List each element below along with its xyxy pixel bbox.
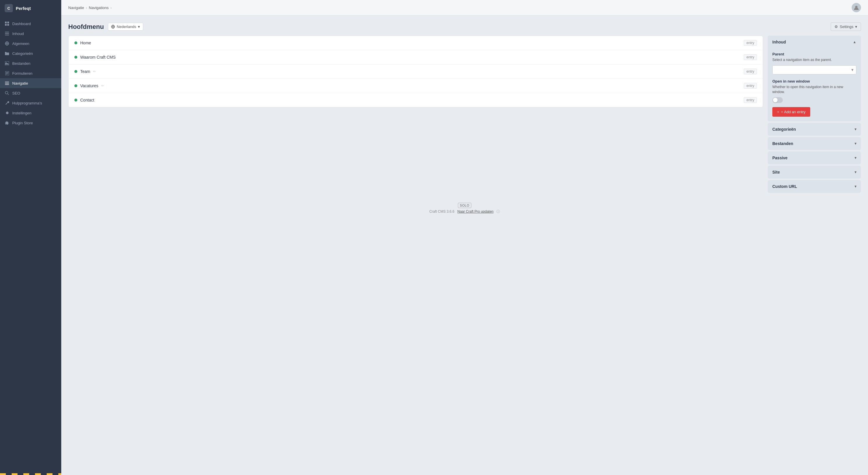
gear-icon: ⚙	[834, 25, 838, 29]
nav-item-right: entry	[744, 83, 757, 89]
svg-rect-14	[6, 73, 8, 73]
chevron-down-icon: ▾	[855, 25, 857, 29]
list-icon	[5, 31, 9, 36]
sidebar-item-label: Formulieren	[12, 71, 32, 76]
content-area: Home entry Waarom Craft CMS entry	[68, 36, 861, 194]
panel-section-passive-header[interactable]: Passive ▾	[768, 151, 861, 164]
breadcrumb-sep1: ›	[86, 5, 87, 10]
edit-icon[interactable]: ✏	[101, 84, 104, 88]
panel-section-inhoud-header[interactable]: Inhoud ▲	[768, 36, 861, 49]
nav-item-right: entry	[744, 40, 757, 46]
sidebar-item-label: Algemeen	[12, 41, 29, 46]
breadcrumb-navigatie[interactable]: Navigatie	[68, 5, 84, 10]
chevron-down-icon: ▾	[855, 156, 856, 160]
chevron-down-icon: ▾	[855, 142, 856, 146]
nav-list-item-team[interactable]: Team ✏ entry	[68, 64, 763, 79]
sidebar-item-label: Hulpprogramma's	[12, 101, 42, 105]
nav-dot	[74, 84, 77, 87]
globe-icon	[111, 25, 115, 29]
panel-section-bestanden-header[interactable]: Bestanden ▾	[768, 137, 861, 150]
svg-line-20	[8, 94, 9, 95]
sidebar-item-label: Instellingen	[12, 111, 31, 115]
grid-icon	[5, 21, 9, 26]
sidebar-item-categorieen[interactable]: Categorieën	[0, 49, 61, 58]
nav-dot	[74, 56, 77, 59]
topbar: Navigatie › Navigations ›	[61, 0, 868, 16]
sidebar-header: C Perfeqt	[0, 0, 61, 16]
nav-item-label: Waarom Craft CMS	[80, 55, 116, 60]
sidebar-item-bestanden[interactable]: Bestanden	[0, 58, 61, 68]
nav-item-left: Vacatures ✏	[74, 84, 104, 88]
svg-rect-5	[5, 33, 9, 34]
svg-rect-0	[5, 22, 7, 23]
craft-pro-link[interactable]: Naar Craft Pro updaten	[457, 209, 494, 214]
sidebar-item-navigatie[interactable]: Navigatie	[0, 78, 61, 88]
nav-dot	[74, 99, 77, 101]
nav-list-item-waarom[interactable]: Waarom Craft CMS entry	[68, 50, 763, 64]
breadcrumb: Navigatie › Navigations ›	[68, 5, 112, 10]
svg-rect-4	[5, 32, 9, 32]
language-button[interactable]: Nederlands ▾	[108, 23, 143, 31]
user-avatar[interactable]	[852, 3, 861, 12]
sidebar-item-seo[interactable]: SEO	[0, 88, 61, 98]
svg-rect-6	[5, 35, 9, 35]
chevron-up-icon: ▲	[853, 40, 856, 44]
sidebar: C Perfeqt Dashboard Inhoud	[0, 0, 61, 475]
app-name: Perfeqt	[16, 6, 31, 11]
svg-point-19	[5, 91, 8, 94]
breadcrumb-sep2: ›	[110, 5, 112, 10]
right-panel: Inhoud ▲ Parent Select a navigation item…	[768, 36, 861, 194]
nav-list-item-vacatures[interactable]: Vacatures ✏ entry	[68, 79, 763, 93]
sidebar-item-algemeen[interactable]: Algemeen	[0, 38, 61, 49]
svg-rect-13	[6, 72, 8, 73]
nav-item-label: Home	[80, 40, 91, 45]
sidebar-item-plugin-store[interactable]: Plugin Store	[0, 118, 61, 128]
parent-desc: Select a navigation item as the parent.	[772, 57, 856, 62]
panel-inhoud-body: Parent Select a navigation item as the p…	[768, 49, 861, 121]
nav-item-left: Home	[74, 40, 91, 45]
nav-item-label: Contact	[80, 98, 94, 102]
nav-list-item-home[interactable]: Home entry	[68, 36, 763, 50]
open-window-desc: Whether to open this navigation item in …	[772, 85, 856, 94]
sidebar-item-inhoud[interactable]: Inhoud	[0, 29, 61, 38]
svg-rect-17	[5, 83, 9, 84]
panel-section-custom-url-header[interactable]: Custom URL ▾	[768, 180, 861, 193]
sidebar-item-hulpprogrammas[interactable]: Hulpprogramma's	[0, 98, 61, 108]
panel-inhoud-title: Inhoud	[772, 40, 786, 44]
panel-passive-title: Passive	[772, 155, 787, 160]
edit-icon[interactable]: ✏	[93, 69, 96, 73]
svg-rect-16	[5, 82, 9, 82]
nav-list-item-contact[interactable]: Contact entry	[68, 93, 763, 107]
page-header: Hoofdmenu Nederlands ▾ ⚙ Settings ▾	[68, 23, 861, 31]
page-footer: SOLO Craft CMS 3.6.6 Naar Craft Pro upda…	[68, 199, 861, 219]
entry-badge: entry	[744, 54, 757, 60]
parent-select[interactable]	[772, 65, 856, 75]
breadcrumb-navigations[interactable]: Navigations	[89, 5, 109, 10]
chevron-down-icon: ▾	[855, 127, 856, 131]
add-entry-button[interactable]: + + Add an entry	[772, 107, 810, 117]
nav-dot	[74, 70, 77, 73]
settings-button[interactable]: ⚙ Settings ▾	[831, 23, 861, 31]
open-window-toggle[interactable]	[772, 97, 783, 103]
sidebar-item-instellingen[interactable]: Instellingen	[0, 108, 61, 118]
parent-label: Parent	[772, 52, 856, 56]
panel-section-site-header[interactable]: Site ▾	[768, 166, 861, 179]
nav-dot	[74, 41, 77, 44]
nav-item-right: entry	[744, 68, 757, 75]
sidebar-item-label: Navigatie	[12, 81, 28, 86]
sidebar-item-label: Categorieën	[12, 51, 33, 56]
chevron-down-icon: ▾	[855, 170, 856, 174]
open-window-label: Open in new window	[772, 79, 856, 84]
search-icon	[5, 91, 9, 95]
main-content: Navigatie › Navigations › Hoofdmenu Nede…	[61, 0, 868, 475]
sidebar-item-formulieren[interactable]: Formulieren	[0, 68, 61, 78]
panel-site-title: Site	[772, 170, 780, 175]
panel-section-categorieen: Categorieën ▾	[768, 123, 861, 136]
chevron-down-icon: ▾	[855, 184, 856, 188]
nav-list-panel: Home entry Waarom Craft CMS entry	[68, 36, 763, 107]
panel-section-inhoud: Inhoud ▲ Parent Select a navigation item…	[768, 36, 861, 121]
sidebar-item-dashboard[interactable]: Dashboard	[0, 19, 61, 29]
panel-section-categorieen-header[interactable]: Categorieën ▾	[768, 123, 861, 136]
nav-item-left: Team ✏	[74, 69, 96, 74]
add-entry-label: + Add an entry	[781, 110, 806, 114]
